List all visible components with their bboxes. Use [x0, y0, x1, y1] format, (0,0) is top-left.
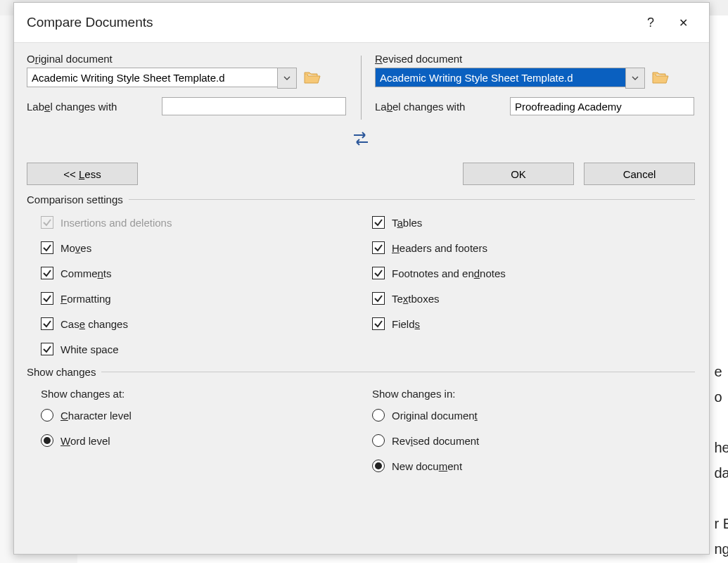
help-icon: ?	[647, 15, 654, 30]
radio-row-word-level[interactable]: Word level	[41, 428, 368, 453]
folder-open-icon	[304, 70, 321, 84]
cancel-button[interactable]: Cancel	[584, 163, 695, 185]
show-changes-in-label: Show changes in:	[372, 388, 695, 400]
column-divider	[361, 56, 362, 120]
radio-character-level[interactable]	[41, 409, 53, 422]
checkmark-icon	[373, 217, 383, 227]
checkmark-icon	[42, 217, 52, 227]
checkmark-icon	[373, 293, 383, 303]
checkbox-row-fields[interactable]: Fields	[372, 311, 695, 336]
checkbox-row-moves[interactable]: Moves	[41, 235, 368, 260]
checkbox-label-formatting: Formatting	[60, 293, 111, 305]
revised-label-changes-input[interactable]	[510, 97, 694, 115]
radio-row-revised-document[interactable]: Revised document	[372, 428, 695, 453]
revised-document-dropdown-button[interactable]	[625, 68, 645, 89]
checkmark-icon	[42, 293, 52, 303]
compare-documents-dialog: Compare Documents ? ✕ Original document	[13, 2, 710, 555]
original-document-combo[interactable]	[27, 68, 297, 87]
revised-document-input[interactable]	[375, 68, 625, 87]
checkbox-row-case-changes[interactable]: Case changes	[41, 311, 368, 336]
original-document-dropdown-button[interactable]	[277, 68, 297, 89]
original-document-label: Original document	[27, 53, 348, 65]
checkbox-formatting[interactable]	[41, 292, 53, 305]
checkbox-row-insertions-deletions: Insertions and deletions	[41, 210, 368, 235]
checkbox-label-insertions-deletions: Insertions and deletions	[60, 217, 172, 229]
show-changes-group: Show changes	[27, 366, 695, 378]
checkbox-label-fields: Fields	[392, 318, 420, 330]
checkbox-textboxes[interactable]	[372, 292, 385, 305]
radio-revised-document[interactable]	[372, 434, 385, 447]
revised-document-combo[interactable]	[375, 68, 645, 87]
original-document-section: Original document	[27, 53, 361, 115]
checkmark-icon	[42, 268, 52, 278]
checkmark-icon	[42, 319, 52, 329]
revised-browse-button[interactable]	[652, 70, 669, 84]
less-button[interactable]: << Less	[27, 163, 138, 185]
checkbox-row-formatting[interactable]: Formatting	[41, 286, 368, 311]
checkbox-label-case-changes: Case changes	[60, 318, 128, 330]
help-button[interactable]: ?	[634, 3, 667, 42]
original-label-changes-input[interactable]	[162, 97, 346, 115]
original-browse-button[interactable]	[304, 70, 321, 84]
checkmark-icon	[373, 268, 383, 278]
checkbox-fields[interactable]	[372, 317, 385, 330]
checkmark-icon	[373, 243, 383, 253]
checkbox-insertions-deletions	[41, 216, 53, 229]
radio-row-original-document[interactable]: Original document	[372, 403, 695, 428]
checkbox-white-space[interactable]	[41, 343, 53, 355]
checkbox-row-white-space[interactable]: White space	[41, 336, 368, 362]
radio-row-new-document[interactable]: New document	[372, 453, 695, 479]
radio-row-character-level[interactable]: Character level	[41, 403, 368, 428]
checkmark-icon	[373, 319, 383, 329]
checkbox-row-textboxes[interactable]: Textboxes	[372, 286, 695, 311]
checkbox-case-changes[interactable]	[41, 317, 53, 330]
checkmark-icon	[42, 344, 52, 354]
checkbox-label-headers-footers: Headers and footers	[392, 242, 487, 254]
close-button[interactable]: ✕	[667, 3, 699, 42]
checkbox-tables[interactable]	[372, 216, 385, 229]
checkbox-row-headers-footers[interactable]: Headers and footers	[372, 235, 695, 260]
revised-document-label: Revised document	[375, 53, 695, 65]
checkbox-comments[interactable]	[41, 267, 53, 279]
comparison-settings-group: Comparison settings	[27, 194, 695, 205]
titlebar: Compare Documents ? ✕	[14, 3, 709, 43]
original-label-changes-label: Label changes with	[27, 101, 155, 113]
chevron-down-icon	[631, 74, 639, 82]
radio-label-word-level: Word level	[60, 435, 110, 447]
revised-document-section: Revised document	[361, 53, 695, 115]
checkbox-label-footnotes-endnotes: Footnotes and endnotes	[392, 267, 506, 279]
swap-documents-button[interactable]	[351, 131, 371, 148]
checkbox-headers-footers[interactable]	[372, 241, 385, 254]
chevron-down-icon	[283, 74, 291, 82]
checkbox-label-comments: Comments	[60, 267, 112, 279]
checkbox-label-white-space: White space	[60, 343, 119, 355]
dialog-title: Compare Documents	[27, 15, 634, 30]
checkbox-moves[interactable]	[41, 241, 53, 254]
radio-label-revised-document: Revised document	[392, 435, 479, 447]
swap-arrows-icon	[351, 131, 371, 146]
radio-original-document[interactable]	[372, 409, 385, 422]
background-page-text: e o he da r E ng	[714, 359, 728, 562]
close-icon: ✕	[679, 16, 688, 30]
checkbox-label-tables: Tables	[392, 217, 422, 229]
checkbox-label-textboxes: Textboxes	[392, 293, 440, 305]
checkbox-footnotes-endnotes[interactable]	[372, 267, 385, 279]
radio-word-level[interactable]	[41, 434, 53, 447]
original-document-input[interactable]	[27, 68, 277, 87]
checkbox-row-footnotes-endnotes[interactable]: Footnotes and endnotes	[372, 260, 695, 286]
checkmark-icon	[42, 243, 52, 253]
checkbox-row-comments[interactable]: Comments	[41, 260, 368, 286]
checkbox-row-tables[interactable]: Tables	[372, 210, 695, 235]
ok-button[interactable]: OK	[463, 163, 574, 185]
show-changes-at-label: Show changes at:	[41, 388, 368, 400]
folder-open-icon	[652, 70, 669, 84]
revised-label-changes-label: Label changes with	[375, 101, 503, 113]
radio-label-character-level: Character level	[60, 410, 132, 422]
checkbox-label-moves: Moves	[60, 242, 91, 254]
radio-new-document[interactable]	[372, 460, 385, 472]
radio-label-new-document: New document	[392, 460, 462, 472]
radio-label-original-document: Original document	[392, 410, 478, 422]
